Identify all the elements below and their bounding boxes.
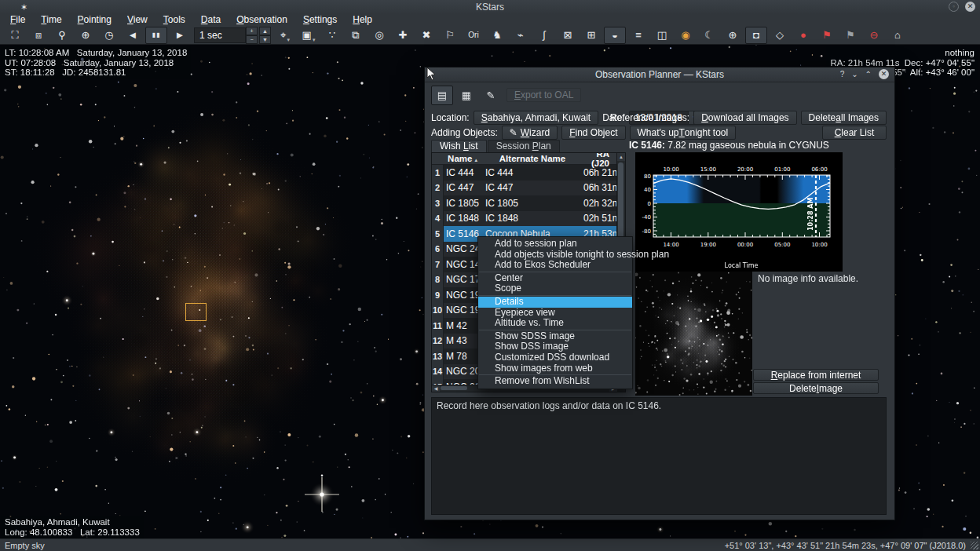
constellation-lines-icon[interactable]: ⌁ bbox=[510, 27, 532, 44]
tab-session-plan[interactable]: Session Plan bbox=[488, 140, 560, 152]
menu-data[interactable]: Data bbox=[194, 14, 228, 26]
find-object-button[interactable]: Find Object bbox=[561, 126, 625, 140]
dome-icon[interactable]: ⌂ bbox=[887, 27, 909, 44]
save-as-icon[interactable]: ✎ bbox=[480, 86, 502, 105]
timestep-up-icon[interactable]: ▲ bbox=[259, 27, 271, 35]
timestep-decrease-icon[interactable]: − bbox=[246, 35, 258, 44]
table-row[interactable]: 3IC 1805IC 180502h 32m bbox=[432, 195, 625, 211]
context-menu-item-add-to-ekos-scheduler[interactable]: Add to Ekos Scheduler bbox=[478, 260, 632, 271]
deep-sky-objects-icon[interactable]: ⧉ bbox=[345, 27, 367, 44]
table-row[interactable]: 2IC 447IC 44706h 31m bbox=[432, 181, 625, 196]
observation-planner-icon[interactable]: ◫ bbox=[651, 27, 673, 44]
hips-overlay-icon[interactable]: ☾ bbox=[698, 27, 720, 44]
menu-tools[interactable]: Tools bbox=[156, 14, 192, 26]
menu-time[interactable]: Time bbox=[34, 14, 68, 26]
sky-image-icon[interactable]: ▣▾ bbox=[298, 27, 320, 44]
pause-icon[interactable]: ▮▮ bbox=[145, 27, 167, 44]
context-menu-item-show-sdss-image[interactable]: Show SDSS image bbox=[478, 331, 632, 342]
open-file-icon[interactable]: ▤ bbox=[431, 86, 453, 105]
stars-icon[interactable]: ∵ bbox=[321, 27, 343, 44]
cell-name: IC 1805 bbox=[444, 198, 483, 209]
horizontal-grid-icon[interactable]: ⊞ bbox=[580, 27, 602, 44]
context-menu-item-center[interactable]: Center bbox=[478, 273, 632, 284]
close-icon[interactable]: ✕ bbox=[965, 2, 975, 12]
column-header-name[interactable]: Name▴ bbox=[443, 154, 482, 163]
menu-pointing[interactable]: Pointing bbox=[71, 14, 119, 26]
delete-all-images-button[interactable]: Delete all Images bbox=[801, 111, 887, 125]
table-row[interactable]: 4IC 1848IC 184802h 51m bbox=[432, 211, 625, 227]
flag-gray-icon[interactable]: ⚑ bbox=[839, 27, 861, 44]
table-row[interactable]: 1IC 444IC 44406h 21m bbox=[432, 165, 625, 181]
shade-icon[interactable]: ⌄ bbox=[851, 70, 858, 78]
timestep-down-icon[interactable]: ▼ bbox=[259, 35, 271, 44]
export-oal-button[interactable]: Export to OAL bbox=[506, 88, 581, 102]
zoom-in-icon[interactable]: ⛶ bbox=[4, 27, 26, 44]
menu-observation[interactable]: Observation bbox=[229, 14, 294, 26]
whats-interesting-icon[interactable]: ◉ bbox=[675, 27, 697, 44]
find-object-icon[interactable]: ⚲ bbox=[51, 27, 73, 44]
column-header-alternate-name[interactable]: Alternate Name bbox=[482, 154, 583, 163]
menu-help[interactable]: Help bbox=[346, 14, 379, 26]
planner-titlebar[interactable]: Observation Planner — KStars ? ⌄ ⌃ ✕ bbox=[425, 68, 894, 82]
equatorial-grid-icon[interactable]: ⊠ bbox=[557, 27, 579, 44]
download-all-images-button[interactable]: Download all Images bbox=[693, 111, 796, 125]
solar-system-icon[interactable]: ◎ bbox=[368, 27, 390, 44]
telescope-target-icon[interactable]: ⊕ bbox=[722, 27, 744, 44]
lock-position-icon[interactable]: ◘ bbox=[745, 27, 767, 44]
scrollbar-thumb[interactable] bbox=[441, 386, 467, 390]
timestep-input[interactable]: 1 sec bbox=[194, 27, 246, 43]
clear-list-button[interactable]: Clear List bbox=[822, 126, 887, 140]
context-menu-item-altitude-vs-time[interactable]: Altitude vs. Time bbox=[478, 318, 632, 329]
menu-settings[interactable]: Settings bbox=[296, 14, 344, 26]
pin-icon[interactable]: ◦ bbox=[949, 2, 959, 12]
context-menu-item-scope[interactable]: Scope bbox=[478, 283, 632, 294]
observation-notes-textarea[interactable]: Record here observation logs and/or data… bbox=[431, 397, 887, 515]
milky-way-icon[interactable]: ∫ bbox=[533, 27, 555, 44]
scroll-up-icon[interactable]: ▲ bbox=[617, 153, 625, 161]
tab-wish-list[interactable]: Wish List bbox=[431, 140, 487, 152]
horizon-icon[interactable]: ◒ bbox=[604, 27, 626, 44]
context-menu-item-customized-dss-download[interactable]: Customized DSS download bbox=[478, 352, 632, 363]
context-menu-item-add-to-session-plan[interactable]: Add to session plan bbox=[478, 239, 632, 250]
planner-close-icon[interactable]: ✕ bbox=[879, 69, 889, 79]
pointing-icon[interactable]: ⌖▾ bbox=[274, 27, 296, 44]
save-icon[interactable]: ▦ bbox=[455, 86, 477, 105]
whats-up-tonight-button[interactable]: What's up Tonight tool bbox=[630, 126, 737, 140]
step-forward-icon[interactable]: ► bbox=[169, 27, 191, 44]
fov-icon[interactable]: ◇ bbox=[769, 27, 791, 44]
menu-view[interactable]: View bbox=[120, 14, 155, 26]
detail-list-icon[interactable]: ≡ bbox=[627, 27, 649, 44]
context-menu-item-details[interactable]: Details bbox=[478, 297, 632, 308]
geolocation-icon[interactable]: ⊕ bbox=[75, 27, 97, 44]
asteroids-icon[interactable]: ⚐ bbox=[439, 27, 461, 44]
comets-icon[interactable]: ✖ bbox=[415, 27, 437, 44]
replace-from-internet-button[interactable]: Replace from internet bbox=[753, 369, 879, 381]
constellation-names-icon[interactable]: Ori bbox=[463, 27, 485, 44]
help-icon[interactable]: ? bbox=[840, 70, 845, 78]
column-header-ra[interactable]: RA (J20 bbox=[583, 152, 619, 168]
table-header[interactable]: Name▴ Alternate Name RA (J20 bbox=[432, 153, 625, 165]
location-button[interactable]: Sabahiya, Ahmadi, Kuwait bbox=[474, 111, 598, 125]
context-menu-item-show-dss-image[interactable]: Show DSS image bbox=[478, 341, 632, 352]
remove-object-icon[interactable]: ⊖ bbox=[863, 27, 885, 44]
maximize-icon[interactable]: ⌃ bbox=[865, 70, 872, 78]
flag-red-icon[interactable]: ⚑ bbox=[816, 27, 838, 44]
set-time-icon[interactable]: ◷ bbox=[98, 27, 120, 44]
context-menu-item-add-objects-visible-tonight-to-session-plan[interactable]: Add objects visible tonight to session p… bbox=[478, 250, 632, 261]
bright-star-icon[interactable]: ✚ bbox=[392, 27, 414, 44]
constellation-art-icon[interactable]: ♞ bbox=[486, 27, 508, 44]
delete-image-button[interactable]: Delete Image bbox=[753, 382, 879, 394]
cell-alternate-name: IC 1805 bbox=[483, 198, 583, 209]
record-icon[interactable]: ● bbox=[792, 27, 814, 44]
scroll-left-icon[interactable]: ◀ bbox=[432, 385, 440, 392]
wizard-button[interactable]: ✎Wizard bbox=[502, 126, 558, 140]
context-menu-item-eyepiece-view[interactable]: Eyepiece view bbox=[478, 308, 632, 319]
location-label: Location: bbox=[431, 112, 470, 123]
zoom-out-icon[interactable]: ⧈ bbox=[27, 27, 49, 44]
menu-file[interactable]: File bbox=[3, 14, 32, 26]
context-menu-item-show-images-from-web[interactable]: Show images from web bbox=[478, 363, 632, 374]
timestep-increase-icon[interactable]: + bbox=[246, 27, 258, 35]
resize-grip[interactable] bbox=[971, 542, 978, 549]
context-menu-item-remove-from-wishlist[interactable]: Remove from WishList bbox=[478, 376, 632, 387]
step-backward-icon[interactable]: ◄ bbox=[122, 27, 144, 44]
